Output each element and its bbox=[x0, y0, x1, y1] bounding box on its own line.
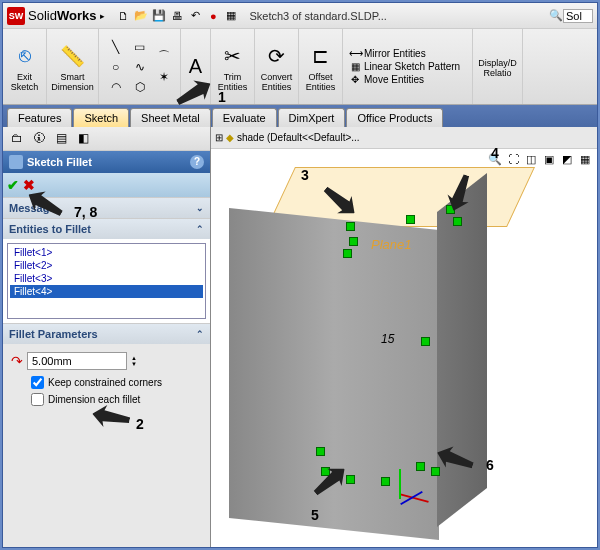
graphics-viewport[interactable]: ⊞ ◆ shade (Default<<Default>... 🔍 ⛶ ◫ ▣ … bbox=[211, 127, 597, 547]
move-button[interactable]: Move Entities bbox=[364, 74, 424, 85]
new-button[interactable]: 🗋 bbox=[115, 8, 131, 24]
app-logo: SW bbox=[7, 7, 25, 25]
convert-label: Convert Entities bbox=[259, 72, 294, 92]
params-section-header[interactable]: Fillet Parameters⌃ bbox=[3, 324, 210, 344]
chevron-up-icon: ⌃ bbox=[196, 329, 204, 339]
open-button[interactable]: 📂 bbox=[133, 8, 149, 24]
annotation-number: 5 bbox=[311, 507, 319, 523]
tab-sheet-metal[interactable]: Sheet Metal bbox=[130, 108, 211, 127]
annotation-number: 4 bbox=[491, 145, 499, 161]
plane-label: Plane1 bbox=[371, 237, 411, 252]
tab-dimxpert[interactable]: DimXpert bbox=[278, 108, 346, 127]
sketch-tools-group: ╲ ○ ◠ ▭ ∿ ⬡ ⌒ ✶ bbox=[99, 29, 181, 104]
tree-expand-icon[interactable]: ⊞ bbox=[215, 132, 223, 143]
arc-tool[interactable]: ◠ bbox=[105, 78, 127, 96]
smart-dimension-icon[interactable]: 📏 bbox=[60, 42, 85, 70]
trim-icon[interactable]: ✂ bbox=[224, 42, 241, 70]
pattern-button[interactable]: Linear Sketch Pattern bbox=[364, 61, 460, 72]
app-title: SolidWorks bbox=[28, 8, 96, 23]
dimension-each-label: Dimension each fillet bbox=[48, 394, 140, 405]
save-button[interactable]: 💾 bbox=[151, 8, 167, 24]
title-dropdown-icon[interactable]: ▸ bbox=[100, 11, 105, 21]
list-item[interactable]: Fillet<2> bbox=[10, 259, 203, 272]
offset-label: Offset Entities bbox=[303, 72, 338, 92]
tab-features[interactable]: Features bbox=[7, 108, 72, 127]
config-tab[interactable]: ▤ bbox=[51, 129, 71, 147]
annotation-number: 3 bbox=[301, 167, 309, 183]
exit-sketch-label: Exit Sketch bbox=[7, 72, 42, 92]
rebuild-icon[interactable]: ● bbox=[205, 8, 221, 24]
tree-root-label[interactable]: shade (Default<<Default>... bbox=[237, 132, 360, 143]
entities-section-header[interactable]: Entities to Fillet⌃ bbox=[3, 219, 210, 239]
display-tab[interactable]: ◧ bbox=[73, 129, 93, 147]
help-icon[interactable]: ? bbox=[190, 155, 204, 169]
print-button[interactable]: 🖶 bbox=[169, 8, 185, 24]
display-label[interactable]: Display/D Relatio bbox=[477, 58, 518, 78]
list-item[interactable]: Fillet<3> bbox=[10, 272, 203, 285]
annotation-number: 6 bbox=[486, 457, 494, 473]
property-tab[interactable]: 🛈 bbox=[29, 129, 49, 147]
list-item[interactable]: Fillet<1> bbox=[10, 246, 203, 259]
annotation-number: 2 bbox=[136, 416, 144, 432]
part-icon: ◆ bbox=[226, 132, 234, 143]
list-item[interactable]: Fillet<4> bbox=[10, 285, 203, 298]
search-input[interactable] bbox=[563, 9, 593, 23]
offset-icon[interactable]: ⊏ bbox=[312, 42, 329, 70]
fillet-entities-list[interactable]: Fillet<1> Fillet<2> Fillet<3> Fillet<4> bbox=[7, 243, 206, 319]
rectangle-tool[interactable]: ▭ bbox=[129, 38, 151, 56]
line-tool[interactable]: ╲ bbox=[105, 38, 127, 56]
fillet-tool[interactable]: ⌒ bbox=[153, 48, 175, 66]
exit-sketch-icon[interactable]: ⎋ bbox=[19, 42, 31, 70]
tab-sketch[interactable]: Sketch bbox=[73, 108, 129, 127]
circle-tool[interactable]: ○ bbox=[105, 58, 127, 76]
search-icon: 🔍 bbox=[549, 9, 563, 22]
radius-input[interactable] bbox=[27, 352, 127, 370]
convert-icon[interactable]: ⟳ bbox=[268, 42, 285, 70]
point-tool[interactable]: ✶ bbox=[153, 68, 175, 86]
smart-dimension-label: Smart Dimension bbox=[51, 72, 94, 92]
mirror-icon: ⟷ bbox=[349, 48, 361, 59]
dimension-label[interactable]: 15 bbox=[381, 332, 394, 346]
radius-icon: ↷ bbox=[11, 353, 23, 369]
move-icon: ✥ bbox=[349, 74, 361, 85]
fillet-header-icon bbox=[9, 155, 23, 169]
spline-tool[interactable]: ∿ bbox=[129, 58, 151, 76]
property-manager-title: Sketch Fillet ? bbox=[3, 151, 210, 173]
options-button[interactable]: ▦ bbox=[223, 8, 239, 24]
model-geometry: Plane1 15 bbox=[221, 157, 581, 537]
cancel-button[interactable]: ✖ bbox=[23, 177, 35, 193]
pattern-icon: ▦ bbox=[349, 61, 361, 72]
polygon-tool[interactable]: ⬡ bbox=[129, 78, 151, 96]
radius-spinner[interactable]: ▲▼ bbox=[131, 355, 137, 367]
tab-office-products[interactable]: Office Products bbox=[346, 108, 443, 127]
keep-corners-label: Keep constrained corners bbox=[48, 377, 162, 388]
annotation-number: 1 bbox=[218, 89, 226, 105]
feature-tree-tab[interactable]: 🗀 bbox=[7, 129, 27, 147]
keep-corners-checkbox[interactable] bbox=[31, 376, 44, 389]
annotation-number: 7, 8 bbox=[74, 204, 97, 220]
dimension-each-checkbox[interactable] bbox=[31, 393, 44, 406]
mirror-button[interactable]: Mirror Entities bbox=[364, 48, 426, 59]
chevron-down-icon: ⌄ bbox=[196, 203, 204, 213]
undo-button[interactable]: ↶ bbox=[187, 8, 203, 24]
document-title: Sketch3 of standard.SLDP... bbox=[249, 10, 386, 22]
ok-button[interactable]: ✔ bbox=[7, 177, 19, 193]
chevron-up-icon: ⌃ bbox=[196, 224, 204, 234]
text-tool-icon[interactable]: A bbox=[189, 53, 202, 81]
tab-evaluate[interactable]: Evaluate bbox=[212, 108, 277, 127]
